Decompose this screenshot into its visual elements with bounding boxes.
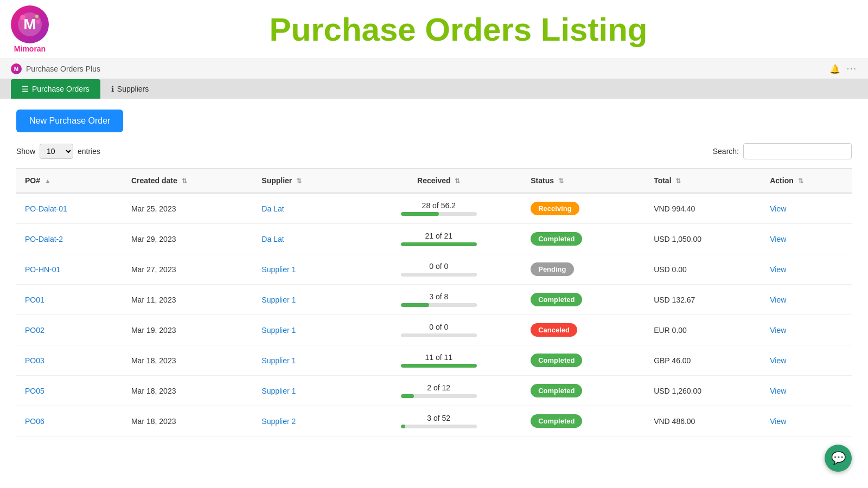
cell-supplier: Da Lat bbox=[253, 193, 355, 224]
cell-status: Receiving bbox=[522, 193, 645, 224]
cell-received: 0 of 0 bbox=[355, 315, 522, 345]
col-total[interactable]: Total ⇅ bbox=[645, 169, 761, 194]
view-link[interactable]: View bbox=[770, 235, 786, 243]
cell-status: Completed bbox=[522, 345, 645, 376]
entries-select[interactable]: 10 25 50 100 bbox=[40, 144, 73, 159]
col-status[interactable]: Status ⇅ bbox=[522, 169, 645, 194]
received-count: 28 of 56.2 bbox=[364, 201, 513, 210]
table-row: PO05 Mar 18, 2023 Supplier 1 2 of 12 Com… bbox=[16, 376, 852, 406]
new-purchase-order-button[interactable]: New Purchase Order bbox=[16, 110, 123, 132]
status-badge: Completed bbox=[531, 354, 582, 367]
progress-bar-bg bbox=[401, 242, 477, 246]
view-link[interactable]: View bbox=[770, 417, 786, 426]
progress-bar-fill bbox=[401, 242, 477, 246]
table-row: PO03 Mar 18, 2023 Supplier 1 11 of 11 Co… bbox=[16, 345, 852, 376]
sort-date-icon: ⇅ bbox=[182, 177, 187, 185]
logo-text: Mimoran bbox=[14, 44, 46, 53]
cell-supplier: Supplier 1 bbox=[253, 285, 355, 315]
cell-received: 0 of 0 bbox=[355, 254, 522, 285]
view-link[interactable]: View bbox=[770, 296, 786, 304]
page-title: Purchase Orders Listing bbox=[60, 11, 857, 48]
po-link[interactable]: PO01 bbox=[25, 296, 44, 304]
supplier-link[interactable]: Supplier 1 bbox=[261, 296, 296, 304]
progress-bar-fill bbox=[401, 303, 429, 307]
supplier-link[interactable]: Da Lat bbox=[261, 235, 284, 243]
col-total-label: Total bbox=[654, 176, 671, 185]
bell-icon[interactable]: 🔔 bbox=[829, 64, 840, 74]
cell-total: VND 994.40 bbox=[645, 193, 761, 224]
cell-total: USD 0.00 bbox=[645, 254, 761, 285]
col-created-date[interactable]: Created date ⇅ bbox=[123, 169, 253, 194]
search-input[interactable] bbox=[743, 143, 852, 159]
po-link[interactable]: PO-HN-01 bbox=[25, 265, 60, 274]
supplier-link[interactable]: Supplier 1 bbox=[261, 356, 296, 365]
cell-total: GBP 46.00 bbox=[645, 345, 761, 376]
cell-po-num: PO05 bbox=[16, 376, 123, 406]
svg-text:M: M bbox=[23, 16, 36, 33]
col-received-label: Received bbox=[417, 176, 450, 185]
search-label: Search: bbox=[713, 147, 739, 156]
po-link[interactable]: PO03 bbox=[25, 356, 44, 365]
po-link[interactable]: PO-Dalat-2 bbox=[25, 235, 63, 243]
more-icon[interactable]: ··· bbox=[847, 64, 857, 74]
col-po-num[interactable]: PO# ▲ bbox=[16, 169, 123, 194]
tab-suppliers-label: Suppliers bbox=[117, 85, 149, 93]
po-link[interactable]: PO-Dalat-01 bbox=[25, 204, 67, 213]
search-area: Search: bbox=[713, 143, 852, 159]
col-supplier-label: Supplier bbox=[261, 176, 292, 185]
progress-bar-bg bbox=[401, 333, 477, 337]
cell-total: USD 132.67 bbox=[645, 285, 761, 315]
plugin-bar: M Purchase Orders Plus 🔔 ··· bbox=[0, 59, 868, 79]
cell-action: View bbox=[761, 345, 852, 376]
received-count: 0 of 0 bbox=[364, 262, 513, 271]
orders-table: PO# ▲ Created date ⇅ Supplier ⇅ Received… bbox=[16, 168, 852, 436]
po-link[interactable]: PO05 bbox=[25, 387, 44, 395]
col-received[interactable]: Received ⇅ bbox=[355, 169, 522, 194]
received-count: 21 of 21 bbox=[364, 232, 513, 240]
cell-status: Completed bbox=[522, 376, 645, 406]
po-link[interactable]: PO02 bbox=[25, 326, 44, 335]
supplier-link[interactable]: Supplier 1 bbox=[261, 265, 296, 274]
svg-point-3 bbox=[35, 15, 39, 18]
view-link[interactable]: View bbox=[770, 387, 786, 395]
supplier-link[interactable]: Supplier 2 bbox=[261, 417, 296, 426]
view-link[interactable]: View bbox=[770, 356, 786, 365]
view-link[interactable]: View bbox=[770, 265, 786, 274]
sort-po-icon: ▲ bbox=[44, 177, 51, 185]
cell-supplier: Da Lat bbox=[253, 224, 355, 254]
progress-bar-bg bbox=[401, 364, 477, 368]
tab-suppliers[interactable]: ℹ Suppliers bbox=[100, 79, 159, 99]
show-label: Show bbox=[16, 147, 35, 156]
supplier-link[interactable]: Da Lat bbox=[261, 204, 284, 213]
table-body: PO-Dalat-01 Mar 25, 2023 Da Lat 28 of 56… bbox=[16, 193, 852, 436]
cell-action: View bbox=[761, 254, 852, 285]
received-count: 11 of 11 bbox=[364, 353, 513, 362]
supplier-link[interactable]: Supplier 1 bbox=[261, 326, 296, 335]
col-action[interactable]: Action ⇅ bbox=[761, 169, 852, 194]
po-link[interactable]: PO06 bbox=[25, 417, 44, 426]
cell-supplier: Supplier 1 bbox=[253, 345, 355, 376]
supplier-link[interactable]: Supplier 1 bbox=[261, 387, 296, 395]
progress-bar-bg bbox=[401, 212, 477, 216]
view-link[interactable]: View bbox=[770, 326, 786, 335]
status-badge: Completed bbox=[531, 293, 582, 306]
cell-action: View bbox=[761, 193, 852, 224]
plugin-actions: 🔔 ··· bbox=[829, 64, 857, 74]
cell-status: Completed bbox=[522, 285, 645, 315]
tab-purchase-orders[interactable]: ☰ Purchase Orders bbox=[11, 79, 100, 99]
cell-received: 3 of 52 bbox=[355, 406, 522, 436]
cell-po-num: PO-Dalat-01 bbox=[16, 193, 123, 224]
col-po-num-label: PO# bbox=[25, 176, 40, 185]
cell-created-date: Mar 29, 2023 bbox=[123, 224, 253, 254]
tab-suppliers-icon: ℹ bbox=[111, 85, 114, 93]
progress-bar-bg bbox=[401, 425, 477, 428]
cell-created-date: Mar 18, 2023 bbox=[123, 406, 253, 436]
cell-action: View bbox=[761, 406, 852, 436]
progress-bar-fill bbox=[401, 425, 405, 428]
col-action-label: Action bbox=[770, 176, 794, 185]
col-supplier[interactable]: Supplier ⇅ bbox=[253, 169, 355, 194]
view-link[interactable]: View bbox=[770, 204, 786, 213]
top-header: M Mimoran Purchase Orders Listing bbox=[0, 0, 868, 59]
cell-total: USD 1,050.00 bbox=[645, 224, 761, 254]
cell-po-num: PO03 bbox=[16, 345, 123, 376]
